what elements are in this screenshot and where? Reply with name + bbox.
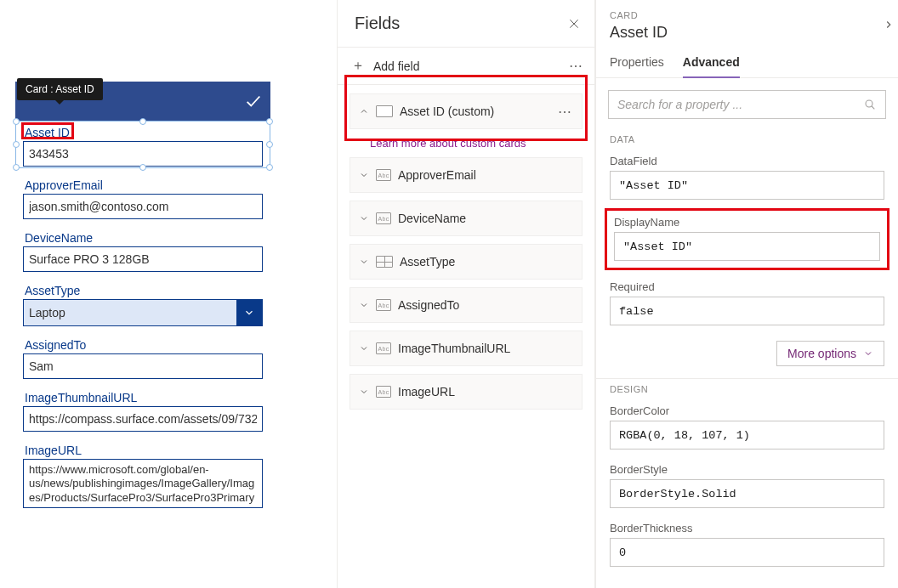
add-field-label: Add field xyxy=(373,59,419,73)
text-type-icon: Abc xyxy=(376,342,391,354)
table-type-icon xyxy=(376,256,393,268)
input-asset-id[interactable] xyxy=(23,141,263,167)
card-image-url[interactable]: ImageURL xyxy=(23,440,263,511)
more-icon[interactable]: ⋯ xyxy=(558,104,573,120)
select-asset-type[interactable]: Laptop xyxy=(23,299,263,326)
prop-label: BorderColor xyxy=(610,404,884,417)
section-data: DATA xyxy=(596,129,898,150)
add-field-row: ＋ Add field ⋯ xyxy=(338,48,594,85)
input-assigned-to[interactable] xyxy=(23,353,263,379)
chevron-up-icon[interactable] xyxy=(359,106,369,116)
input-image-url[interactable] xyxy=(23,459,263,508)
field-row-label: ApproverEmail xyxy=(398,168,573,182)
prop-required: Required false xyxy=(596,275,898,334)
prop-borderstyle: BorderStyle BorderStyle.Solid xyxy=(596,458,898,517)
field-row[interactable]: AbcDeviceName xyxy=(350,201,583,236)
chevron-down-icon[interactable] xyxy=(359,300,369,310)
text-type-icon: Abc xyxy=(376,169,391,181)
field-row-label: AssignedTo xyxy=(398,298,573,312)
field-row[interactable]: AbcImageURL xyxy=(350,374,583,410)
card-approver-email[interactable]: ApproverEmail xyxy=(23,175,263,219)
prop-label: BorderThickness xyxy=(610,522,884,534)
properties-panel: CARD Asset ID Properties Advanced Search… xyxy=(595,0,898,588)
field-row[interactable]: AbcImageThumbnailURL xyxy=(350,331,583,366)
label-image-url: ImageURL xyxy=(23,440,263,459)
prop-value-borderthickness[interactable]: 0 xyxy=(610,538,884,567)
prop-value-datafield[interactable]: "Asset ID" xyxy=(610,171,884,200)
card-caption: CARD xyxy=(596,0,898,20)
card-name: Asset ID xyxy=(596,20,898,50)
label-device-name: DeviceName xyxy=(23,228,263,246)
select-asset-type-value: Laptop xyxy=(24,300,236,325)
section-design: DESIGN xyxy=(596,379,898,399)
field-row[interactable]: AbcAssignedTo xyxy=(350,287,583,323)
field-row-label: AssetType xyxy=(400,255,573,269)
card-asset-type[interactable]: AssetType Laptop xyxy=(23,280,263,326)
chevron-down-icon[interactable] xyxy=(359,257,369,267)
prop-datafield: DataField "Asset ID" xyxy=(596,150,898,208)
field-row-label: Asset ID (custom) xyxy=(400,105,551,118)
chevron-right-icon[interactable] xyxy=(883,19,895,31)
learn-more-link[interactable]: Learn more about custom cards xyxy=(350,133,583,151)
tab-properties[interactable]: Properties xyxy=(610,50,664,77)
svg-point-2 xyxy=(866,100,872,107)
field-row[interactable]: AbcApproverEmail xyxy=(350,157,583,193)
fields-panel: Fields ＋ Add field ⋯ Asset ID (custom)⋯L… xyxy=(337,0,595,588)
card-assigned-to[interactable]: AssignedTo xyxy=(23,335,263,379)
form-body: Asset ID ApproverEmail DeviceName AssetT… xyxy=(16,121,270,519)
label-image-thumbnail-url: ImageThumbnailURL xyxy=(23,387,263,406)
prop-value-borderstyle[interactable]: BorderStyle.Solid xyxy=(610,479,884,508)
field-row-label: DeviceName xyxy=(398,212,573,225)
chevron-down-icon[interactable] xyxy=(236,300,262,325)
text-type-icon: Abc xyxy=(376,212,391,224)
input-approver-email[interactable] xyxy=(23,194,263,219)
canvas-area: Card : Asset ID Asset ID ApproverEmail D… xyxy=(0,0,337,588)
card-type-icon xyxy=(376,105,393,117)
tab-advanced[interactable]: Advanced xyxy=(683,50,740,77)
input-image-thumbnail-url[interactable] xyxy=(23,406,263,432)
plus-icon: ＋ xyxy=(351,57,365,75)
chevron-down-icon[interactable] xyxy=(359,387,369,397)
label-asset-id: Asset ID xyxy=(23,122,263,141)
prop-label: DataField xyxy=(610,155,884,167)
svg-line-3 xyxy=(872,106,874,109)
label-assigned-to: AssignedTo xyxy=(23,335,263,353)
card-tooltip: Card : Asset ID xyxy=(17,78,103,100)
highlight-annotation: DisplayName "Asset ID" xyxy=(605,208,889,270)
prop-borderthickness: BorderThickness 0 xyxy=(596,517,898,575)
field-row-label: ImageThumbnailURL xyxy=(398,342,573,355)
card-image-thumbnail-url[interactable]: ImageThumbnailURL xyxy=(23,387,263,432)
more-options-label: More options xyxy=(787,347,856,360)
prop-value-required[interactable]: false xyxy=(610,297,884,325)
prop-label: DisplayName xyxy=(614,216,880,229)
label-approver-email: ApproverEmail xyxy=(23,175,263,194)
submit-check-icon[interactable] xyxy=(236,82,270,121)
chevron-down-icon[interactable] xyxy=(359,213,369,223)
input-device-name[interactable] xyxy=(23,246,263,272)
search-icon xyxy=(863,98,877,111)
prop-label: Required xyxy=(610,280,884,293)
close-icon[interactable] xyxy=(567,17,581,31)
chevron-down-icon[interactable] xyxy=(359,343,369,353)
field-row[interactable]: Asset ID (custom)⋯ xyxy=(350,93,583,129)
fields-header: Fields xyxy=(338,0,594,48)
chevron-down-icon[interactable] xyxy=(359,170,369,180)
fields-list: Asset ID (custom)⋯Learn more about custo… xyxy=(338,85,594,418)
add-field-button[interactable]: ＋ Add field xyxy=(351,57,569,75)
card-asset-id[interactable]: Asset ID xyxy=(23,122,263,167)
field-row-label: ImageURL xyxy=(398,385,573,399)
prop-bordercolor: BorderColor RGBA(0, 18, 107, 1) xyxy=(596,399,898,458)
property-search[interactable]: Search for a property ... xyxy=(608,90,886,119)
card-device-name[interactable]: DeviceName xyxy=(23,228,263,272)
more-options-button[interactable]: More options xyxy=(776,341,884,366)
chevron-down-icon xyxy=(863,348,873,359)
property-tabs: Properties Advanced xyxy=(596,50,898,78)
prop-value-displayname[interactable]: "Asset ID" xyxy=(614,232,880,261)
text-type-icon: Abc xyxy=(376,299,391,311)
search-placeholder: Search for a property ... xyxy=(617,98,863,111)
fields-title: Fields xyxy=(355,14,567,33)
field-row[interactable]: AssetType xyxy=(350,244,583,280)
prop-value-bordercolor[interactable]: RGBA(0, 18, 107, 1) xyxy=(610,421,884,449)
more-icon[interactable]: ⋯ xyxy=(569,58,584,74)
text-type-icon: Abc xyxy=(376,386,391,398)
